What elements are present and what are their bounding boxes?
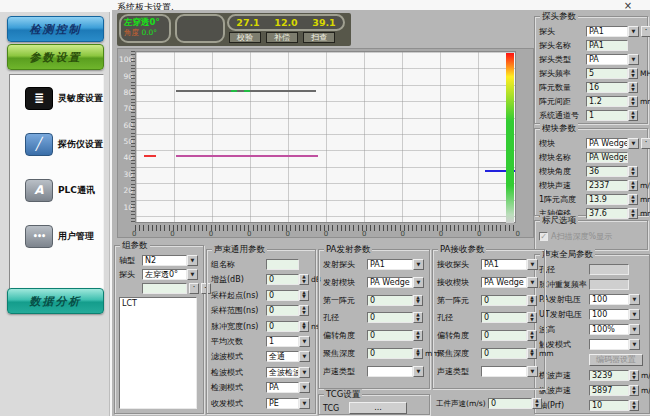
- spinner-buttons[interactable]: ▲▼: [629, 400, 639, 411]
- spin-down-icon[interactable]: ▼: [528, 353, 536, 358]
- text-input[interactable]: PA1: [586, 40, 628, 51]
- add-button[interactable]: ·: [189, 283, 199, 294]
- toolbar-button[interactable]: 补偿: [266, 32, 298, 43]
- ascan-plot-area[interactable]: [135, 51, 516, 223]
- text-input[interactable]: 37.6: [586, 208, 628, 219]
- sidebar-button-detection-control[interactable]: 检测控制: [7, 16, 104, 42]
- dropdown-arrow-icon[interactable]: ▼: [299, 351, 310, 362]
- text-input[interactable]: 0: [367, 295, 413, 306]
- dropdown-arrow-icon[interactable]: ▼: [299, 382, 310, 393]
- spinner-buttons[interactable]: ▲▼: [527, 295, 537, 306]
- text-input[interactable]: [142, 283, 187, 294]
- spin-down-icon[interactable]: ▼: [629, 172, 637, 177]
- dropdown-arrow-icon[interactable]: ▼: [629, 309, 640, 320]
- combobox-value[interactable]: 100%: [589, 324, 629, 335]
- dropdown-arrow-icon[interactable]: ▼: [187, 269, 198, 280]
- text-input[interactable]: 2337: [586, 180, 628, 191]
- spinner-buttons[interactable]: ▲▼: [629, 385, 639, 396]
- sidebar-item-sensitivity[interactable]: ≣灵敏度设置: [10, 75, 103, 121]
- checkbox[interactable]: ✓: [539, 232, 548, 241]
- combobox-value[interactable]: PA: [266, 382, 299, 393]
- panel-button[interactable]: 编码器设置: [589, 354, 643, 366]
- text-input[interactable]: 0: [481, 330, 527, 341]
- spin-down-icon[interactable]: ▼: [300, 295, 308, 300]
- combobox-value[interactable]: N2: [142, 255, 187, 266]
- combobox-value[interactable]: PA Wedge: [586, 138, 628, 149]
- text-input[interactable]: 16: [586, 82, 628, 93]
- spin-down-icon[interactable]: ▼: [414, 318, 422, 323]
- text-input[interactable]: 36: [586, 166, 628, 177]
- text-input[interactable]: 1.2: [586, 96, 628, 107]
- add-button[interactable]: ·: [641, 138, 650, 149]
- text-input[interactable]: [266, 259, 299, 270]
- toolbar-button[interactable]: 校验: [229, 32, 261, 43]
- spin-down-icon[interactable]: ▼: [630, 376, 638, 381]
- text-input[interactable]: 0: [481, 348, 527, 359]
- spin-down-icon[interactable]: ▼: [533, 404, 541, 409]
- toolbar-button[interactable]: 扫查: [303, 32, 335, 43]
- text-input[interactable]: 0: [481, 312, 527, 323]
- dropdown-arrow-icon[interactable]: ▼: [187, 255, 198, 266]
- spinner-buttons[interactable]: ▲▼: [629, 370, 639, 381]
- dropdown-arrow-icon[interactable]: ▼: [413, 277, 424, 288]
- text-input[interactable]: 0: [367, 312, 413, 323]
- text-input[interactable]: 10: [589, 400, 629, 411]
- spin-down-icon[interactable]: ▼: [629, 186, 637, 191]
- spin-down-icon[interactable]: ▼: [300, 311, 308, 316]
- sidebar-item-users[interactable]: •••用户管理: [10, 213, 103, 259]
- spin-down-icon[interactable]: ▼: [630, 391, 638, 396]
- text-input[interactable]: 5897: [589, 385, 629, 396]
- spin-down-icon[interactable]: ▼: [629, 88, 637, 93]
- dropdown-arrow-icon[interactable]: ▼: [628, 138, 639, 149]
- panel-button[interactable]: ...: [349, 402, 407, 414]
- spin-down-icon[interactable]: ▼: [300, 326, 308, 331]
- text-input[interactable]: PA Wedge: [586, 152, 628, 163]
- spinner-buttons[interactable]: ▲▼: [628, 96, 638, 107]
- sidebar-button-parameter-settings[interactable]: 参数设置: [7, 44, 104, 70]
- sidebar-button-data-analysis[interactable]: 数据分析: [7, 288, 104, 314]
- spinner-buttons[interactable]: ▲▼: [628, 82, 638, 93]
- text-input[interactable]: 0: [266, 290, 299, 301]
- combobox-value[interactable]: PA Wedge: [367, 277, 413, 288]
- spin-down-icon[interactable]: ▼: [528, 318, 536, 323]
- spinner-buttons[interactable]: ▲▼: [299, 290, 309, 301]
- dropdown-arrow-icon[interactable]: ▼: [527, 277, 538, 288]
- spinner-buttons[interactable]: ▲▼: [628, 110, 638, 121]
- text-input[interactable]: 13.9: [586, 194, 628, 205]
- text-input[interactable]: 0: [481, 295, 527, 306]
- spin-down-icon[interactable]: ▼: [629, 102, 637, 107]
- text-input[interactable]: 0: [488, 398, 532, 409]
- text-input[interactable]: 0: [266, 274, 299, 285]
- spinner-buttons[interactable]: ▲▼: [299, 274, 309, 285]
- combobox-value[interactable]: 100: [589, 309, 629, 320]
- combobox-value[interactable]: 100: [589, 294, 629, 305]
- combobox-value[interactable]: PA1: [481, 259, 527, 270]
- dropdown-arrow-icon[interactable]: ▼: [413, 366, 424, 377]
- spin-down-icon[interactable]: ▼: [630, 406, 638, 411]
- spinner-buttons[interactable]: ▲▼: [628, 194, 638, 205]
- spinner-buttons[interactable]: ▲▼: [527, 312, 537, 323]
- spinner-buttons[interactable]: ▲▼: [628, 208, 638, 219]
- combobox-value[interactable]: PA: [586, 54, 628, 65]
- spin-down-icon[interactable]: ▼: [300, 280, 308, 285]
- dropdown-arrow-icon[interactable]: ▼: [527, 366, 538, 377]
- dropdown-arrow-icon[interactable]: ▼: [299, 367, 310, 378]
- sidebar-item-flaw-detector[interactable]: ╱探伤仪设置: [10, 121, 103, 167]
- combobox-value[interactable]: 全通: [266, 351, 299, 362]
- text-input[interactable]: 1: [586, 110, 628, 121]
- spin-down-icon[interactable]: ▼: [629, 214, 637, 219]
- spin-down-icon[interactable]: ▼: [414, 300, 422, 305]
- dropdown-arrow-icon[interactable]: ▼: [527, 259, 538, 270]
- spinner-buttons[interactable]: ▲▼: [413, 348, 423, 359]
- text-input[interactable]: [589, 264, 629, 275]
- spin-down-icon[interactable]: ▼: [629, 74, 637, 79]
- text-input[interactable]: 3239: [589, 370, 629, 381]
- combobox-value[interactable]: PE: [266, 398, 299, 409]
- spin-down-icon[interactable]: ▼: [414, 353, 422, 358]
- spinner-buttons[interactable]: ▲▼: [527, 330, 537, 341]
- spinner-buttons[interactable]: ▲▼: [532, 398, 542, 409]
- combobox-value[interactable]: PA1: [367, 259, 413, 270]
- spinner-buttons[interactable]: ▲▼: [628, 68, 638, 79]
- dropdown-arrow-icon[interactable]: ▼: [299, 398, 310, 409]
- text-input[interactable]: 0: [266, 321, 299, 332]
